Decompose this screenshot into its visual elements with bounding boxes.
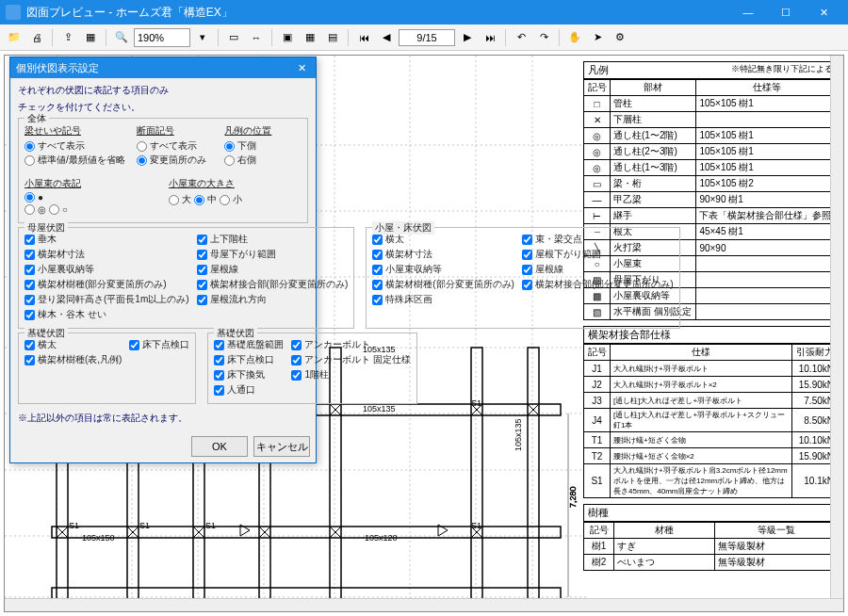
export-icon[interactable]: ⇪: [57, 27, 78, 48]
chk-koya-1[interactable]: 束・梁交点: [522, 233, 674, 246]
chk-kiso-1[interactable]: アンカーボルト: [291, 338, 411, 351]
dialog-hint2: チェックを付けてください。: [18, 101, 308, 114]
app-icon: [6, 5, 21, 20]
chk-moya-9[interactable]: 屋根流れ方向: [197, 293, 349, 306]
svg-text:105x120: 105x120: [365, 533, 398, 543]
chk-moya-2[interactable]: 横架材寸法: [24, 248, 189, 261]
chk-nuno-0[interactable]: 横太: [24, 338, 122, 351]
chk-kiso-5[interactable]: 1階柱: [291, 368, 411, 381]
tree-title: 樹種: [583, 504, 838, 522]
svg-text:7,280: 7,280: [568, 486, 578, 508]
chk-nuno-1[interactable]: 床下点検口: [129, 338, 189, 351]
next-page-icon[interactable]: ▶: [457, 27, 478, 48]
chk-moya-7[interactable]: 横架材接合部(部分変更箇所のみ): [197, 278, 349, 291]
close-button[interactable]: ✕: [805, 0, 842, 24]
joint-table: 記号仕様引張耐力 J1大入れ蟻掛け+羽子板ボルト10.10kNJ2大入れ蟻掛け+…: [583, 344, 838, 498]
hand-icon[interactable]: ✋: [564, 27, 585, 48]
page-width-icon[interactable]: ↔: [246, 27, 267, 48]
chk-moya-0[interactable]: 垂木: [24, 233, 189, 246]
dialog-hint1: それぞれの伏図に表記する項目のみ: [18, 84, 308, 97]
zoom-dropdown-icon[interactable]: ▾: [192, 27, 213, 48]
grid-icon[interactable]: ▦: [80, 27, 101, 48]
svg-text:S1: S1: [471, 398, 481, 408]
svg-text:S1: S1: [139, 521, 150, 530]
last-page-icon[interactable]: ⏭: [480, 27, 500, 48]
svg-text:S1: S1: [205, 521, 216, 530]
minimize-button[interactable]: —: [729, 0, 767, 24]
window-title: 図面プレビュー - ホームズ君「構造EX」: [26, 5, 729, 21]
svg-text:105x150: 105x150: [82, 533, 115, 543]
svg-rect-25: [528, 348, 539, 602]
maximize-button[interactable]: ☐: [767, 0, 805, 24]
chk-kiso-3[interactable]: アンカーボルト 固定仕様: [291, 353, 411, 366]
dialog-title: 個別伏図表示設定: [16, 61, 99, 75]
svg-text:S1: S1: [471, 521, 481, 530]
chk-koya-7[interactable]: 横架材接合部(部分変更箇所のみ): [522, 278, 674, 291]
prev-page-icon[interactable]: ◀: [376, 27, 397, 48]
chk-moya-6[interactable]: 横架材樹種(部分変更箇所のみ): [24, 278, 189, 291]
ok-button[interactable]: OK: [191, 436, 248, 457]
chk-kiso-6[interactable]: 人通口: [214, 383, 284, 397]
dialog-note: ※上記以外の項目は常に表記されます。: [18, 412, 308, 425]
svg-text:105x135: 105x135: [363, 404, 396, 413]
chk-koya-2[interactable]: 横架材寸法: [372, 248, 514, 261]
legend-title: 凡例: [588, 63, 609, 77]
tree-table: 記号材種等級一覧 樹1すぎ無等級製材樹2べいまつ無等級製材: [583, 522, 838, 571]
pointer-icon[interactable]: ➤: [587, 27, 608, 48]
chk-koya-4[interactable]: 小屋束収納等: [372, 263, 514, 276]
open-icon[interactable]: 📁: [4, 27, 24, 48]
chk-kiso-2[interactable]: 床下点検口: [214, 353, 284, 366]
chk-kiso-0[interactable]: 基礎底盤範囲: [214, 338, 284, 351]
dialog-close-icon[interactable]: ✕: [293, 62, 310, 74]
svg-text:S1: S1: [69, 521, 79, 530]
rotate-left-icon[interactable]: ↶: [511, 27, 531, 48]
rotate-right-icon[interactable]: ↷: [533, 27, 554, 48]
settings-dialog: 個別伏図表示設定 ✕ それぞれの伏図に表記する項目のみ チェックを付けてください…: [9, 57, 317, 463]
cancel-button[interactable]: キャンセル: [253, 436, 310, 457]
layout1-icon[interactable]: ▣: [277, 27, 298, 48]
svg-text:105x135: 105x135: [514, 418, 523, 451]
chk-kiso-4[interactable]: 床下換気: [214, 368, 284, 381]
chk-koya-3[interactable]: 屋根下がり範囲: [522, 248, 674, 261]
chk-moya-4[interactable]: 小屋裏収納等: [24, 263, 189, 276]
chk-moya-3[interactable]: 母屋下がり範囲: [197, 248, 349, 261]
layout2-icon[interactable]: ▦: [300, 27, 320, 48]
titlebar: 図面プレビュー - ホームズ君「構造EX」 — ☐ ✕: [0, 0, 848, 24]
radio-sec-all[interactable]: すべて表示: [137, 139, 214, 153]
first-page-icon[interactable]: ⏮: [353, 27, 374, 48]
page-indicator: 9/15: [399, 29, 455, 46]
chk-moya-5[interactable]: 屋根線: [197, 263, 349, 276]
radio-omit-std[interactable]: 標準値/最頻値を省略: [24, 154, 125, 167]
legend-subtitle: ※特記無き限り下記による: [731, 63, 833, 77]
radio-sec-change[interactable]: 変更箇所のみ: [137, 154, 214, 167]
zoom-icon[interactable]: 🔍: [111, 27, 132, 48]
chk-nuno-2[interactable]: 横架材樹種(表,凡例): [24, 353, 122, 366]
chk-moya-8[interactable]: 登り梁同軒高さ(平面長1m以上のみ): [24, 293, 189, 306]
chk-moya-10[interactable]: 棟木・谷木 せい: [24, 308, 189, 321]
vertical-scrollbar[interactable]: [830, 56, 843, 598]
chk-koya-5[interactable]: 屋根線: [522, 263, 674, 276]
chk-moya-1[interactable]: 上下階柱: [197, 233, 349, 246]
page-fit-icon[interactable]: ▭: [223, 27, 244, 48]
print-icon[interactable]: 🖨: [26, 27, 47, 48]
radio-all-show[interactable]: すべて表示: [24, 139, 125, 153]
layout3-icon[interactable]: ▤: [322, 27, 343, 48]
radio-pos-right[interactable]: 右側: [224, 154, 302, 167]
chk-koya-6[interactable]: 横架材樹種(部分変更箇所のみ): [372, 278, 514, 291]
chk-koya-8[interactable]: 特殊床区画: [372, 293, 514, 306]
radio-pos-bottom[interactable]: 下側: [224, 139, 302, 153]
settings-icon[interactable]: ⚙: [610, 27, 630, 48]
chk-koya-0[interactable]: 横太: [372, 233, 514, 246]
horizontal-scrollbar[interactable]: [5, 598, 843, 611]
svg-rect-24: [471, 348, 482, 602]
toolbar: 📁 🖨 ⇪ ▦ 🔍 ▾ ▭ ↔ ▣ ▦ ▤ ⏮ ◀ 9/15 ▶ ⏭ ↶ ↷ ✋…: [0, 24, 848, 51]
zoom-input[interactable]: [134, 28, 190, 47]
